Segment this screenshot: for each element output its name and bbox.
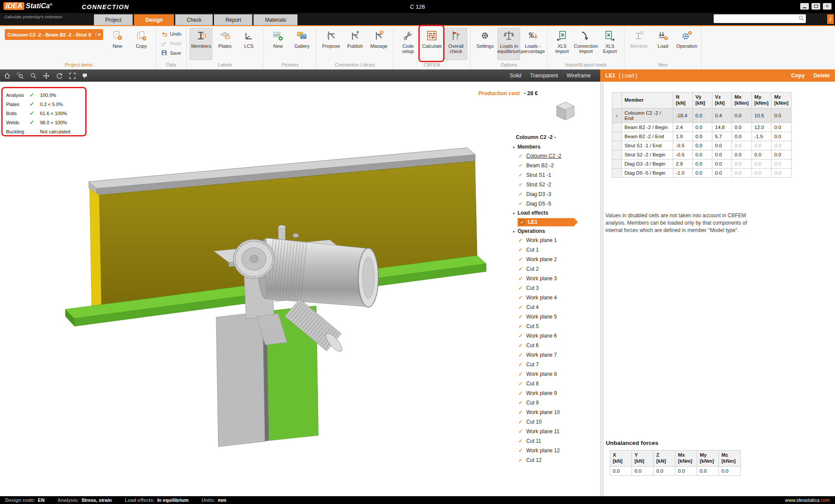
tree-item-diag-d5-5[interactable]: ✓Diag D5 -5 — [508, 199, 600, 209]
ribbon-button-calculate[interactable]: Calculate — [421, 28, 443, 60]
tree-item-cut-5[interactable]: ✓Cut 5 — [508, 322, 600, 331]
3d-viewport[interactable]: Analysis✓100.0%Plates✓0.2 < 5.0%Bolts✓61… — [0, 82, 600, 496]
view-mode-transparent[interactable]: Transparent — [530, 73, 558, 79]
tree-item-cut-12[interactable]: ✓Cut 12 — [508, 455, 600, 465]
search-input[interactable] — [715, 16, 798, 21]
ribbon-button-save[interactable]: Save — [159, 49, 183, 57]
value-cell[interactable]: 0.0 — [752, 168, 772, 177]
value-cell[interactable]: 0.0 — [712, 150, 732, 159]
label-icon[interactable] — [82, 72, 89, 80]
row-selector[interactable] — [612, 141, 622, 150]
ribbon-button-xls-import[interactable]: XLS Import — [551, 28, 573, 60]
tab-materials[interactable]: Materials — [254, 14, 297, 25]
value-cell[interactable]: 0.0 — [772, 150, 792, 159]
value-cell[interactable]: -1.0 — [673, 168, 693, 177]
tree-item-diag-d3-3[interactable]: ✓Diag D3 -3 — [508, 189, 600, 199]
tree-item-work-plane-8[interactable]: ✓Work plane 8 — [508, 369, 600, 379]
value-cell[interactable]: 0.0 — [693, 123, 712, 132]
maximize-button[interactable] — [812, 3, 820, 10]
tree-item-work-plane-3[interactable]: ✓Work plane 3 — [508, 274, 600, 283]
ribbon-button-loads-in-equilibrium[interactable]: Loads in equilibrium — [498, 28, 520, 60]
ribbon-button-connection-import[interactable]: Connection Import — [574, 28, 597, 60]
value-cell[interactable]: 0.0 — [712, 159, 732, 168]
website-link[interactable]: www.ideastatica.com — [785, 497, 830, 503]
tree-section-operations[interactable]: ▲Operations — [508, 227, 600, 235]
tree-section-load-effects[interactable]: ▲Load effects — [508, 209, 600, 217]
tree-item-cut-1[interactable]: ✓Cut 1 — [508, 245, 600, 255]
value-cell[interactable]: -18.4 — [673, 108, 693, 123]
table-row[interactable]: Strut S1 -1 / End-0.50.00.00.00.00.0 — [612, 141, 792, 150]
value-cell[interactable]: 0.0 — [693, 168, 712, 177]
close-button[interactable]: × — [823, 3, 832, 10]
table-row[interactable]: Strut S2 -2 / Begin-0.50.00.00.00.00.0 — [612, 150, 792, 159]
value-cell[interactable]: 0.0 — [752, 141, 772, 150]
view-mode-wireframe[interactable]: Wireframe — [567, 73, 591, 79]
ribbon-button-publish[interactable]: Publish — [344, 28, 366, 60]
tree-item-le1[interactable]: ✓LE1 — [508, 217, 600, 227]
value-cell[interactable]: 0.0 — [693, 150, 712, 159]
tree-section-members[interactable]: ▲Members — [508, 143, 600, 151]
checkbox-checked-icon[interactable]: ✓ — [519, 219, 525, 225]
value-cell[interactable]: 10.5 — [752, 108, 772, 123]
table-row[interactable]: Beam B2 -2 / Begin2.40.014.80.012.00.0 — [612, 123, 792, 132]
row-selector[interactable] — [612, 132, 622, 141]
tree-item-work-plane-9[interactable]: ✓Work plane 9 — [508, 388, 600, 398]
table-row[interactable]: Diag D5 -5 / Begin-1.00.00.00.00.00.0 — [612, 168, 792, 177]
ribbon-button-overall-check[interactable]: Overall check — [444, 28, 467, 60]
value-cell[interactable]: 0.0 — [693, 132, 712, 141]
value-cell[interactable]: 0.0 — [772, 159, 792, 168]
tree-item-work-plane-4[interactable]: ✓Work plane 4 — [508, 293, 600, 302]
ribbon-button-gallery[interactable]: Gallery — [291, 28, 313, 60]
tab-project[interactable]: Project — [94, 14, 133, 25]
value-cell[interactable]: 0.4 — [712, 108, 732, 123]
value-cell[interactable]: 0.0 — [752, 159, 772, 168]
value-cell[interactable]: 5.7 — [712, 132, 732, 141]
tree-item-cut-2[interactable]: ✓Cut 2 — [508, 264, 600, 274]
tree-item-work-plane-1[interactable]: ✓Work plane 1 — [508, 235, 600, 245]
row-selector[interactable]: › — [612, 108, 622, 123]
value-cell[interactable]: 0.0 — [732, 168, 752, 177]
row-selector[interactable] — [612, 159, 622, 168]
tree-item-cut-11[interactable]: ✓Cut 11 — [508, 436, 600, 446]
tree-item-cut-9[interactable]: ✓Cut 9 — [508, 398, 600, 408]
value-cell[interactable]: 0.0 — [772, 108, 792, 123]
value-cell[interactable]: -1.5 — [752, 132, 772, 141]
ribbon-button-code-setup[interactable]: Code setup — [397, 28, 419, 60]
ribbon-button-xls-export[interactable]: XLS Export — [598, 28, 621, 60]
value-cell[interactable]: 0.0 — [732, 159, 752, 168]
tree-item-coloumn-c2-2[interactable]: ✓Coloumn C2 -2 — [508, 151, 600, 161]
ribbon-button-members[interactable]: Members — [190, 28, 212, 60]
ribbon-button-copy[interactable]: Copy — [130, 28, 153, 60]
value-cell[interactable]: 14.8 — [712, 123, 732, 132]
tab-report[interactable]: Report — [214, 14, 252, 25]
view-cube[interactable] — [552, 100, 578, 123]
ribbon-button-operation[interactable]: Operation — [675, 28, 698, 60]
tree-item-cut-4[interactable]: ✓Cut 4 — [508, 302, 600, 312]
ribbon-button-member[interactable]: Member — [628, 28, 650, 60]
value-cell[interactable]: 0.0 — [693, 159, 712, 168]
value-cell[interactable]: 0.0 — [772, 168, 792, 177]
tab-design[interactable]: Design — [134, 14, 174, 25]
tree-item-cut-3[interactable]: ✓Cut 3 — [508, 283, 600, 293]
value-cell[interactable]: 0.0 — [693, 108, 712, 123]
zoom-window-icon[interactable] — [17, 72, 24, 80]
delete-button[interactable]: Delete — [813, 73, 830, 79]
value-cell[interactable]: -0.5 — [673, 150, 693, 159]
fit-icon[interactable] — [69, 72, 76, 80]
minimize-button[interactable] — [800, 3, 809, 10]
ribbon-button-propose[interactable]: Propose — [320, 28, 342, 60]
tree-item-work-plane-6[interactable]: ✓Work plane 6 — [508, 331, 600, 341]
table-row[interactable]: ›Coloumn C2 -2 / End-18.40.00.40.010.50.… — [612, 108, 792, 123]
row-selector[interactable] — [612, 123, 622, 132]
tree-item-work-plane-11[interactable]: ✓Work plane 11 — [508, 427, 600, 436]
value-cell[interactable]: 0.0 — [732, 108, 752, 123]
info-button[interactable]: i — [827, 14, 834, 24]
tree-item-strut-s2-2[interactable]: ✓Strut S2 -2 — [508, 180, 600, 189]
value-cell[interactable]: 0.0 — [693, 141, 712, 150]
tab-check[interactable]: Check — [175, 14, 213, 25]
load-table[interactable]: MemberN[kN]Vy[kN]Vz[kN]Mx[kNm]My[kNm]Mz[… — [612, 92, 792, 178]
tree-item-cut-7[interactable]: ✓Cut 7 — [508, 360, 600, 369]
value-cell[interactable]: 0.0 — [772, 123, 792, 132]
tree-item-cut-10[interactable]: ✓Cut 10 — [508, 417, 600, 427]
pan-icon[interactable] — [43, 72, 50, 80]
